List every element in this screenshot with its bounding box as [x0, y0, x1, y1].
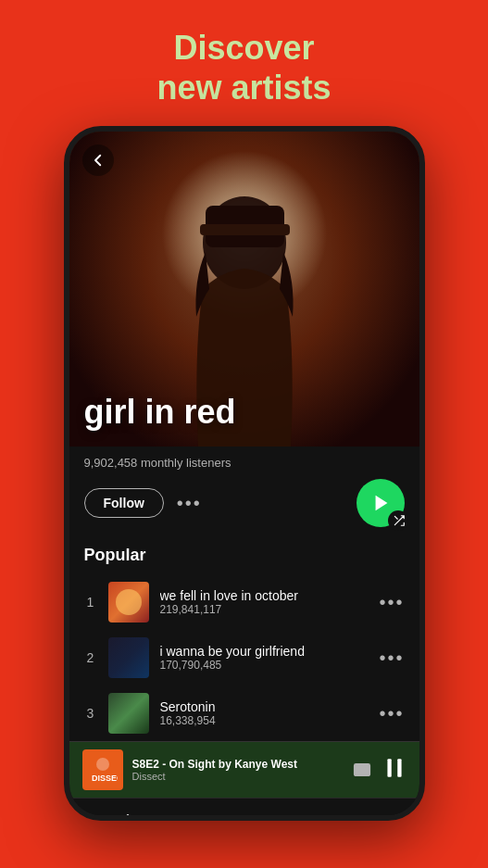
artist-hero: girl in red	[69, 132, 419, 447]
shuffle-icon	[388, 510, 408, 531]
mini-controls	[353, 756, 407, 784]
track-thumbnail	[108, 582, 149, 623]
mini-thumbnail: DISSECT	[82, 749, 123, 790]
nav-item-library[interactable]: Your Library	[303, 799, 419, 821]
header-line1: Discover	[173, 29, 314, 67]
artist-name-overlay: girl in red	[84, 393, 236, 432]
track-plays: 170,790,485	[160, 659, 369, 672]
track-thumbnail	[108, 693, 149, 734]
svg-point-4	[96, 758, 109, 771]
svg-text:DISSECT: DISSECT	[92, 774, 118, 783]
track-name: we fell in love in october	[160, 588, 369, 603]
follow-button[interactable]: Follow	[84, 488, 164, 518]
track-name: i wanna be your girlfriend	[160, 644, 369, 659]
header-section: Discover new artists	[156, 0, 331, 126]
monthly-listeners: 9,902,458 monthly listeners	[84, 456, 231, 470]
svg-marker-3	[376, 496, 388, 511]
phone-frame: girl in red 9,902,458 monthly listeners …	[64, 126, 425, 821]
track-plays: 219,841,117	[160, 603, 369, 616]
svg-point-10	[237, 816, 250, 821]
svg-rect-8	[387, 760, 391, 778]
track-plays: 16,338,954	[160, 714, 369, 727]
track-name: Serotonin	[160, 699, 369, 714]
table-row[interactable]: 2 i wanna be your girlfriend 170,790,485…	[84, 630, 405, 686]
track-number: 2	[84, 650, 97, 665]
svg-rect-9	[397, 760, 401, 778]
track-info: we fell in love in october 219,841,117	[160, 588, 369, 616]
track-number: 3	[84, 706, 97, 721]
mini-title: S8E2 - On Sight by Kanye West	[132, 758, 344, 771]
pause-button[interactable]	[382, 756, 407, 784]
track-number: 1	[84, 595, 97, 610]
header-line2: new artists	[156, 69, 331, 107]
artist-name: girl in red	[84, 393, 236, 432]
table-row[interactable]: 1 we fell in love in october 219,841,117…	[84, 574, 405, 630]
artist-info: 9,902,458 monthly listeners Follow •••	[69, 447, 419, 527]
nav-item-home[interactable]: Home	[69, 799, 186, 821]
track-thumbnail	[108, 637, 149, 678]
controls-row: Follow •••	[84, 479, 405, 527]
track-more-icon[interactable]: •••	[379, 648, 404, 669]
play-shuffle-button[interactable]	[357, 479, 405, 527]
svg-rect-12	[359, 816, 363, 821]
svg-point-7	[357, 771, 360, 774]
popular-section: Popular 1 we fell in love in october 219…	[69, 542, 419, 741]
svg-rect-2	[200, 224, 290, 235]
svg-rect-11	[353, 816, 357, 821]
mini-player[interactable]: DISSECT S8E2 - On Sight by Kanye West Di…	[69, 741, 419, 798]
mini-info: S8E2 - On Sight by Kanye West Dissect	[132, 758, 344, 782]
popular-title: Popular	[84, 546, 405, 565]
cast-icon[interactable]	[353, 759, 371, 781]
bottom-nav: Home Search Your Library	[69, 798, 419, 821]
mini-artist: Dissect	[132, 771, 344, 782]
back-button[interactable]	[82, 145, 114, 176]
track-more-icon[interactable]: •••	[379, 592, 404, 613]
more-options-icon[interactable]: •••	[177, 493, 202, 514]
table-row[interactable]: 3 Serotonin 16,338,954 •••	[84, 686, 405, 741]
track-more-icon[interactable]: •••	[379, 703, 404, 724]
track-info: i wanna be your girlfriend 170,790,485	[160, 644, 369, 672]
track-info: Serotonin 16,338,954	[160, 699, 369, 727]
nav-item-search[interactable]: Search	[186, 799, 303, 821]
